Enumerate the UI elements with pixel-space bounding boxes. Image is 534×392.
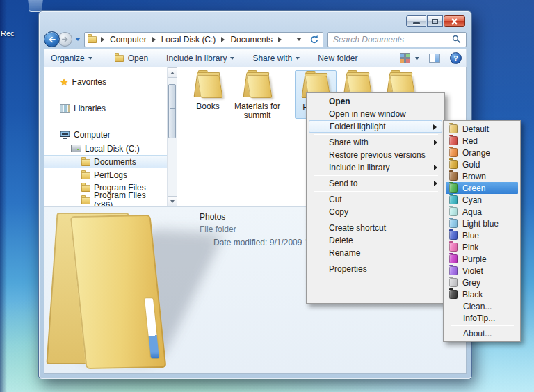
submenu-item-orange[interactable]: Orange <box>446 147 518 158</box>
sidebar-item-libraries[interactable]: Libraries <box>44 101 167 115</box>
submenu-item-light-blue[interactable]: Light blue <box>446 218 518 229</box>
search-icon[interactable] <box>452 35 461 44</box>
details-text: Photos File folder Date modified: 9/1/20… <box>200 212 316 247</box>
folder-tile-books[interactable]: Books <box>186 72 229 111</box>
address-dropdown-icon[interactable] <box>296 38 302 41</box>
submenu-item-blue[interactable]: Blue <box>446 229 518 241</box>
refresh-button[interactable] <box>305 32 323 47</box>
close-button[interactable] <box>444 15 465 27</box>
submenu-item-purple[interactable]: Purple <box>446 253 518 265</box>
preview-pane-button[interactable] <box>429 54 440 63</box>
menu-separator <box>314 220 438 220</box>
menu-item-restore-previous-versions[interactable]: Restore previous versions <box>309 149 442 161</box>
new-folder-button[interactable]: New folder <box>312 49 364 67</box>
organize-button[interactable]: Organize <box>44 49 99 67</box>
chevron-down-icon <box>88 57 92 60</box>
sidebar-item-program-files-x86[interactable]: Program Files (x86) <box>44 193 167 206</box>
details-date-modified: Date modified: 9/1/2009 12: <box>213 238 316 247</box>
submenu-item-label: About... <box>463 329 492 338</box>
menu-item-cut[interactable]: Cut <box>309 193 442 206</box>
menu-item-open-new-window[interactable]: Open in new window <box>309 108 442 120</box>
menu-item-label: Cut <box>329 195 342 204</box>
scrollbar-up-button[interactable] <box>168 67 177 78</box>
sidebar-item-computer[interactable]: Computer <box>44 128 167 141</box>
breadcrumb-computer[interactable]: Computer <box>108 35 148 44</box>
menu-item-delete[interactable]: Delete <box>309 234 442 247</box>
sidebar-item-local-disk[interactable]: Local Disk (C:) <box>44 142 167 155</box>
menu-item-create-shortcut[interactable]: Create shortcut <box>309 222 442 234</box>
sidebar-item-perflogs[interactable]: PerfLogs <box>44 168 167 181</box>
folderhighlight-submenu: Default Red Orange Gold Brown Green Cyan… <box>443 120 521 342</box>
submenu-item-green[interactable]: Green <box>446 182 518 194</box>
sidebar-item-label: Computer <box>74 130 111 140</box>
submenu-item-infotip[interactable]: InfoTip... <box>446 312 518 324</box>
colored-folder-icon <box>449 219 458 228</box>
menu-item-copy[interactable]: Copy <box>309 206 442 218</box>
menu-item-properties[interactable]: Properties <box>309 263 442 275</box>
sidebar-item-favorites[interactable]: ★ Favorites <box>44 75 167 88</box>
scrollbar-thumb[interactable] <box>168 84 176 138</box>
star-icon: ★ <box>60 77 69 87</box>
submenu-item-black[interactable]: Black <box>446 288 518 300</box>
change-view-button[interactable] <box>400 53 410 63</box>
menu-item-rename[interactable]: Rename <box>309 247 442 259</box>
breadcrumb-local-disk[interactable]: Local Disk (C:) <box>160 35 218 44</box>
submenu-item-red[interactable]: Red <box>446 135 518 147</box>
minimize-button[interactable] <box>406 15 426 27</box>
submenu-item-aqua[interactable]: Aqua <box>446 206 518 218</box>
scrollbar-down-button[interactable] <box>168 196 177 206</box>
submenu-item-pink[interactable]: Pink <box>446 241 518 253</box>
submenu-item-brown[interactable]: Brown <box>446 170 518 182</box>
submenu-item-default[interactable]: Default <box>446 123 518 135</box>
menu-item-open[interactable]: Open <box>309 95 442 108</box>
breadcrumb-documents[interactable]: Documents <box>229 35 274 44</box>
submenu-item-clean[interactable]: Clean... <box>446 300 518 312</box>
sidebar-item-label: Documents <box>94 157 136 167</box>
submenu-item-label: Cyan <box>462 195 482 205</box>
arrow-up-icon <box>170 72 175 74</box>
chevron-down-icon <box>230 57 234 60</box>
forward-button[interactable] <box>58 32 72 47</box>
breadcrumb-separator-icon <box>101 37 104 42</box>
sidebar-item-documents[interactable]: Documents <box>44 155 167 168</box>
maximize-button[interactable] <box>427 15 443 27</box>
colored-folder-icon <box>449 124 458 133</box>
menu-item-label: Include in library <box>329 163 389 172</box>
include-in-library-button[interactable]: Include in library <box>160 49 241 67</box>
title-bar[interactable] <box>39 11 471 30</box>
folder-label: Materials for summit <box>234 102 281 120</box>
folder-tile-materials[interactable]: Materials for summit <box>234 72 281 120</box>
folder-icon <box>81 159 90 166</box>
back-button[interactable] <box>44 31 60 47</box>
sidebar-scrollbar[interactable] <box>167 67 177 206</box>
submenu-item-violet[interactable]: Violet <box>446 265 518 277</box>
submenu-item-gold[interactable]: Gold <box>446 158 518 170</box>
menu-item-share-with[interactable]: Share with <box>309 136 442 149</box>
menu-item-label: Restore previous versions <box>329 150 426 160</box>
submenu-item-cyan[interactable]: Cyan <box>446 194 518 206</box>
desktop-icon-label[interactable]: Rec <box>1 29 15 38</box>
views-icon <box>405 58 410 63</box>
libraries-icon <box>60 104 70 113</box>
share-with-button[interactable]: Share with <box>246 49 306 67</box>
minimize-icon <box>413 22 420 24</box>
folder-icon <box>81 197 90 204</box>
navigation-pane: ★ Favorites Libraries Computer Local Dis… <box>44 67 167 206</box>
menu-item-send-to[interactable]: Send to <box>309 177 442 190</box>
colored-folder-icon <box>449 254 458 263</box>
open-button[interactable]: Open <box>108 49 154 67</box>
menu-separator <box>314 175 438 176</box>
submenu-arrow-icon <box>434 181 437 186</box>
submenu-item-grey[interactable]: Grey <box>446 277 518 288</box>
menu-item-label: Copy <box>329 207 348 217</box>
address-bar[interactable]: Computer Local Disk (C:) Documents <box>84 32 305 47</box>
recent-pages-chevron-icon[interactable] <box>75 38 81 41</box>
submenu-item-about[interactable]: About... <box>446 327 518 339</box>
search-input[interactable]: Search Documents <box>327 32 467 47</box>
folder-icon <box>81 172 90 179</box>
menu-item-include-in-library[interactable]: Include in library <box>309 161 442 174</box>
colored-folder-icon <box>449 195 458 204</box>
views-dropdown-icon[interactable] <box>415 57 419 60</box>
help-button[interactable] <box>450 52 462 64</box>
menu-item-folderhighlight[interactable]: FolderHighlight <box>309 120 442 133</box>
